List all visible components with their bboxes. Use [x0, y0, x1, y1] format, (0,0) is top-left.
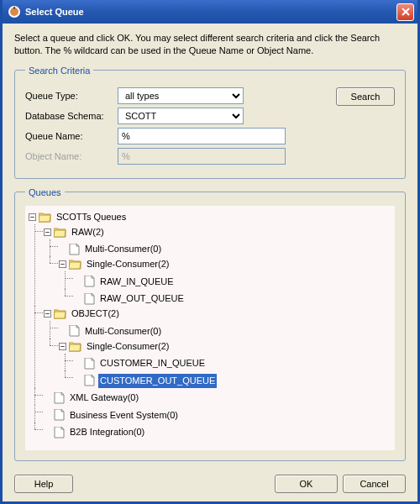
- document-icon: [84, 293, 95, 305]
- queue-tree[interactable]: − SCOTTs Queues − RAW(2): [25, 206, 395, 450]
- tree-label: OBJECT(2): [70, 307, 121, 321]
- tree-customer-out-queue[interactable]: CUSTOMER_OUT_QUEUE: [74, 374, 217, 388]
- tree-raw[interactable]: − RAW(2): [44, 225, 106, 239]
- db-schema-select[interactable]: SCOTT: [118, 108, 244, 124]
- help-button[interactable]: Help: [14, 475, 73, 493]
- tree-obj-single[interactable]: − Single-Consumer(2): [59, 339, 171, 354]
- tree-raw-single[interactable]: − Single-Consumer(2): [59, 257, 171, 271]
- document-icon: [84, 375, 95, 386]
- tree-label: CUSTOMER_IN_QUEUE: [98, 356, 207, 370]
- tree-xml-gateway[interactable]: XML Gateway(0): [44, 391, 140, 405]
- tree-label: Business Event System(0): [68, 408, 180, 423]
- tree-business-event[interactable]: Business Event System(0): [44, 408, 180, 423]
- object-name-label: Object Name:: [25, 151, 118, 161]
- document-icon: [54, 409, 65, 421]
- queue-name-label: Queue Name:: [25, 131, 118, 141]
- tree-customer-in-queue[interactable]: CUSTOMER_IN_QUEUE: [74, 356, 207, 370]
- titlebar: Select Queue: [3, 0, 417, 24]
- tree-root[interactable]: − SCOTTs Queues: [29, 210, 128, 224]
- tree-raw-out-queue[interactable]: RAW_OUT_QUEUE: [74, 291, 186, 306]
- svg-rect-2: [13, 7, 15, 9]
- search-button-wrap: Queue Type: all types Search: [25, 87, 395, 104]
- db-schema-label: Database Schema:: [25, 111, 118, 121]
- document-icon: [69, 244, 80, 255]
- ok-button[interactable]: OK: [275, 475, 338, 493]
- window-title: Select Queue: [25, 7, 396, 17]
- tree-raw-in-queue[interactable]: RAW_IN_QUEUE: [74, 275, 176, 289]
- queue-type-label: Queue Type:: [25, 91, 118, 101]
- folder-open-icon: [54, 227, 66, 238]
- collapse-icon[interactable]: −: [59, 260, 66, 268]
- dialog-content: Select a queue and click OK. You may sel…: [3, 24, 417, 501]
- tree-label-selected: CUSTOMER_OUT_QUEUE: [98, 374, 217, 388]
- tree-label: SCOTTs Queues: [55, 210, 128, 224]
- queue-name-input[interactable]: [118, 128, 286, 144]
- tree-label: XML Gateway(0): [68, 391, 140, 405]
- search-button[interactable]: Search: [336, 87, 395, 106]
- search-criteria-group: Search Criteria Queue Type: all types Se…: [14, 66, 406, 179]
- tree-label: RAW_IN_QUEUE: [98, 275, 176, 289]
- app-icon: [8, 5, 21, 18]
- folder-open-icon: [69, 259, 81, 270]
- tree-label: Single-Consumer(2): [85, 339, 171, 354]
- tree-label: B2B Integration(0): [68, 425, 146, 439]
- tree-obj-multi[interactable]: Multi-Consumer(0): [59, 324, 163, 339]
- tree-label: Multi-Consumer(0): [83, 324, 163, 339]
- collapse-icon[interactable]: −: [59, 343, 66, 350]
- document-icon: [54, 427, 65, 438]
- tree-label: RAW(2): [70, 225, 106, 239]
- queue-type-select[interactable]: all types: [118, 87, 244, 104]
- tree-object[interactable]: − OBJECT(2): [44, 307, 121, 321]
- document-icon: [54, 392, 65, 404]
- instructions-text: Select a queue and click OK. You may sel…: [14, 32, 406, 57]
- cancel-button[interactable]: Cancel: [343, 475, 406, 493]
- tree-label: Single-Consumer(2): [85, 257, 171, 271]
- document-icon: [84, 276, 95, 287]
- tree-raw-multi[interactable]: Multi-Consumer(0): [59, 242, 163, 256]
- document-icon: [84, 358, 95, 370]
- collapse-icon[interactable]: −: [44, 310, 51, 318]
- tree-b2b[interactable]: B2B Integration(0): [44, 425, 146, 439]
- tree-label: RAW_OUT_QUEUE: [98, 291, 186, 306]
- queues-legend: Queues: [25, 187, 65, 197]
- tree-label: Multi-Consumer(0): [83, 242, 163, 256]
- dialog-button-bar: Help OK Cancel: [14, 470, 406, 495]
- close-button[interactable]: [396, 3, 414, 21]
- collapse-icon[interactable]: −: [29, 213, 36, 221]
- document-icon: [69, 325, 80, 337]
- object-name-input: [118, 148, 286, 165]
- dialog-select-queue: Select Queue Select a queue and click OK…: [0, 0, 420, 504]
- folder-open-icon: [39, 212, 51, 223]
- folder-open-icon: [54, 308, 66, 319]
- close-icon: [402, 8, 410, 16]
- search-criteria-legend: Search Criteria: [25, 66, 93, 76]
- collapse-icon[interactable]: −: [44, 228, 51, 236]
- folder-open-icon: [69, 341, 81, 352]
- queues-group: Queues − SCOTTs Queues −: [14, 187, 406, 461]
